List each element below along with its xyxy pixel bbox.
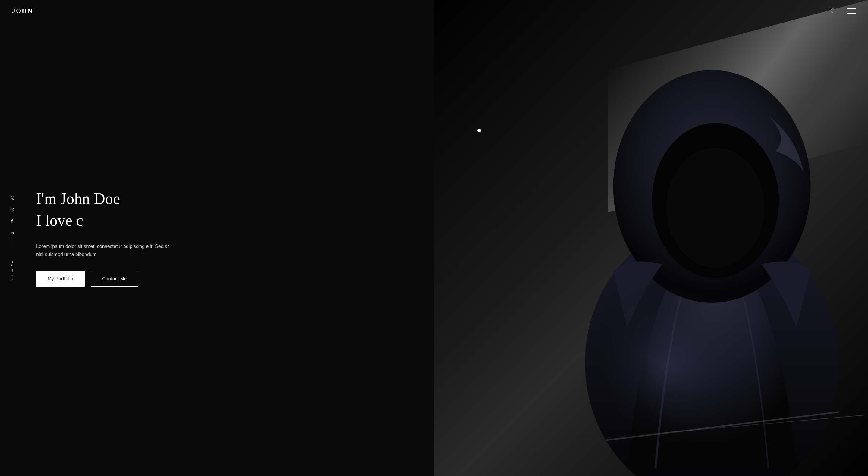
white-dot-indicator — [477, 129, 481, 132]
sidebar-divider — [12, 241, 12, 253]
hooded-figure-svg — [571, 38, 853, 476]
hamburger-line-3 — [847, 13, 856, 13]
header-controls: ☾ — [828, 6, 856, 16]
button-group: My Portfolio Contact Me — [36, 271, 410, 286]
theme-icon: ☾ — [830, 7, 836, 14]
main-layout: I'm John Doe I love c Lorem ipsum dolor … — [0, 0, 868, 476]
right-panel — [434, 0, 868, 476]
sidebar: 𝕏 ⊙ f in Follow Me — [9, 195, 15, 281]
linkedin-link[interactable]: in — [9, 229, 15, 235]
hero-title-line2: I love c — [36, 211, 410, 230]
follow-label: Follow Me — [10, 261, 14, 281]
svg-point-4 — [599, 222, 825, 462]
contact-button[interactable]: Contact Me — [91, 271, 138, 286]
hamburger-line-1 — [847, 8, 856, 9]
github-icon: ⊙ — [10, 207, 14, 213]
twitter-link[interactable]: 𝕏 — [9, 195, 15, 201]
hero-title-line1: I'm John Doe — [36, 190, 410, 208]
logo: JOHN — [12, 7, 33, 15]
github-link[interactable]: ⊙ — [9, 207, 15, 213]
hero-image — [434, 0, 868, 476]
linkedin-icon: in — [10, 230, 14, 235]
theme-toggle-button[interactable]: ☾ — [828, 6, 838, 16]
twitter-icon: 𝕏 — [10, 195, 14, 201]
facebook-icon: f — [11, 218, 13, 224]
hamburger-menu-button[interactable] — [847, 8, 856, 13]
left-panel: I'm John Doe I love c Lorem ipsum dolor … — [0, 0, 434, 476]
hero-description: Lorem ipsum dolor sit amet, consectetur … — [36, 242, 175, 258]
header: JOHN ☾ — [0, 0, 868, 22]
portfolio-button[interactable]: My Portfolio — [36, 271, 85, 286]
facebook-link[interactable]: f — [9, 218, 15, 224]
hamburger-line-2 — [847, 10, 856, 11]
